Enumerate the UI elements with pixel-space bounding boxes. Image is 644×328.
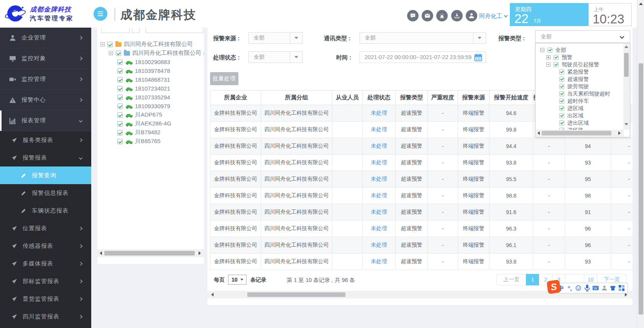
checkbox-checked-icon[interactable] [559, 120, 564, 125]
skin-icon[interactable] [610, 285, 616, 292]
checkbox-checked-icon[interactable] [117, 139, 123, 144]
alarm-type-node[interactable]: 超时停车 [536, 97, 589, 105]
sidebar-item-部标监管报表[interactable]: 部标监管报表 [0, 272, 91, 290]
sidebar-item-传感器报表[interactable]: 传感器报表 [0, 237, 91, 255]
tree-vehicle-node[interactable]: 18107335294 [97, 93, 170, 102]
scroll-up-icon[interactable] [639, 3, 643, 5]
user-menu[interactable]: 同舟化工 [479, 13, 507, 20]
tree-vehicle-node[interactable]: 18100290883 [97, 58, 170, 66]
cell-status[interactable]: 未处理 [363, 105, 396, 122]
scroll-right-icon[interactable] [199, 251, 201, 255]
alarm-type-select[interactable]: 全部 [535, 30, 630, 43]
download-icon[interactable] [451, 10, 463, 21]
handle-status-select[interactable]: 全部 [248, 51, 303, 63]
calendar-icon[interactable] [474, 53, 482, 61]
sidebar-item-普货监管报表[interactable]: 普货监管报表 [0, 290, 91, 308]
dropdown-vscroll-thumb[interactable] [624, 53, 629, 77]
dropdown-arrow-icon[interactable] [473, 33, 486, 43]
checkbox-checked-icon[interactable] [117, 104, 123, 109]
clipped-toolbar-field[interactable] [146, 28, 203, 33]
cell-status[interactable]: 未处理 [363, 188, 396, 204]
scroll-up-icon[interactable] [624, 46, 628, 48]
time-range-input[interactable]: 2021-07-22 00:00:00--2021-07-22 23:59:59 [360, 51, 486, 63]
checkbox-checked-icon[interactable] [554, 55, 559, 60]
checkbox-checked-icon[interactable] [116, 51, 121, 56]
sidebar-item-企业管理[interactable]: 企业管理 [0, 28, 91, 48]
tree-root-node[interactable]: 四川同舟化工科技有限公司 [97, 40, 193, 49]
sidebar-item-车辆状态报表[interactable]: 车辆状态报表 [0, 202, 91, 219]
checkbox-checked-icon[interactable] [107, 42, 113, 47]
tree-vehicle-node[interactable]: 18103978478 [97, 66, 170, 75]
sidebar-item-报警中心[interactable]: 报警中心 [0, 90, 91, 110]
keyboard-icon[interactable] [593, 285, 599, 292]
checkbox-checked-icon[interactable] [117, 77, 123, 82]
emoji-icon[interactable] [575, 285, 582, 292]
page-button-1[interactable]: 1 [526, 274, 539, 285]
sidebar-item-监控管理[interactable]: 监控管理 [0, 69, 91, 90]
cell-status[interactable]: 未处理 [363, 122, 396, 138]
sogou-ime-logo[interactable]: S [547, 280, 561, 294]
scroll-left-icon[interactable] [211, 293, 214, 297]
tree-vehicle-node[interactable]: 18107234021 [97, 84, 170, 93]
checkbox-checked-icon[interactable] [559, 106, 564, 111]
collapse-icon[interactable] [546, 63, 550, 67]
punctuation-icon[interactable]: °, [567, 285, 573, 292]
alarm-type-node[interactable]: 驾驶员引起报警 [536, 61, 599, 68]
dropdown-hscroll-thumb[interactable] [542, 131, 611, 135]
checkbox-checked-icon[interactable] [117, 95, 123, 100]
dropdown-vertical-scrollbar[interactable] [623, 44, 629, 130]
mail-icon[interactable] [422, 10, 433, 21]
sidebar-item-四川监管报表[interactable]: 四川监管报表 [0, 308, 91, 325]
cell-status[interactable]: 未处理 [363, 254, 396, 270]
alarm-type-node[interactable]: 紧急报警 [536, 68, 589, 76]
alarm-type-node[interactable]: 进出区域 [536, 119, 589, 127]
collapse-icon[interactable] [540, 48, 544, 52]
main-hscroll-thumb[interactable] [247, 292, 345, 297]
checkbox-checked-icon[interactable] [117, 68, 123, 74]
sidebar-item-监控对象[interactable]: 监控对象 [0, 48, 91, 69]
tree-vehicle-node[interactable]: 川B85765 [97, 137, 161, 146]
alarm-type-node[interactable]: 超速报警 [536, 76, 589, 83]
alarm-type-node[interactable]: 进区域 [536, 105, 583, 112]
cell-status[interactable]: 未处理 [363, 138, 396, 155]
checkbox-checked-icon[interactable] [547, 48, 552, 53]
sidebar-item-报警查询[interactable]: 报警查询 [0, 166, 91, 184]
user-icon[interactable] [466, 10, 477, 21]
clipped-toolbar-input[interactable] [101, 28, 130, 33]
sidebar-item-位置报表[interactable]: 位置报表 [0, 219, 91, 237]
checkbox-checked-icon[interactable] [554, 62, 559, 67]
alarm-icon[interactable] [436, 10, 448, 21]
scroll-down-icon[interactable] [624, 123, 628, 125]
alarm-type-node[interactable]: 出区域 [536, 112, 583, 119]
expand-icon[interactable] [546, 55, 550, 59]
alarm-type-node[interactable]: 当天累积驾驶超时 [536, 90, 610, 97]
checkbox-checked-icon[interactable] [117, 130, 123, 135]
cell-status[interactable]: 未处理 [363, 171, 396, 188]
scroll-left-icon[interactable] [100, 251, 102, 255]
checkbox-checked-icon[interactable] [117, 86, 123, 91]
collapse-icon[interactable] [109, 51, 113, 55]
toolbox-icon[interactable] [619, 285, 625, 292]
alarm-type-node[interactable]: 疲劳驾驶 [536, 83, 589, 90]
cell-status[interactable]: 未处理 [363, 237, 396, 254]
alarm-type-node[interactable]: 全部 [536, 46, 566, 54]
microphone-icon[interactable] [584, 285, 590, 292]
tree-vehicle-node[interactable]: 川AEK286-4G [97, 119, 171, 128]
tree-vehicle-node[interactable]: 18109330979 [97, 102, 170, 110]
collapse-icon[interactable] [100, 42, 105, 46]
scroll-left-icon[interactable] [537, 131, 540, 135]
checkbox-checked-icon[interactable] [559, 91, 564, 96]
tree-group-node[interactable]: 四川同舟化工科技有限公司(10) [97, 49, 204, 58]
tree-vehicle-node[interactable]: 川B79482 [97, 128, 161, 137]
per-page-select[interactable]: 10 [228, 275, 246, 285]
cell-status[interactable]: 未处理 [363, 204, 396, 221]
tree-vehicle-node[interactable]: 川ADP675 [97, 110, 162, 119]
prev-page-button[interactable]: 上一页 [496, 274, 526, 285]
checkbox-checked-icon[interactable] [117, 121, 123, 127]
sidebar-item-服务类报表[interactable]: 服务类报表 [0, 131, 91, 149]
sidebar-item-多媒体报表[interactable]: 多媒体报表 [0, 255, 91, 272]
scroll-right-icon[interactable] [618, 131, 621, 135]
checkbox-checked-icon[interactable] [559, 69, 564, 74]
checkbox-checked-icon[interactable] [559, 113, 564, 118]
checkbox-checked-icon[interactable] [117, 59, 123, 65]
